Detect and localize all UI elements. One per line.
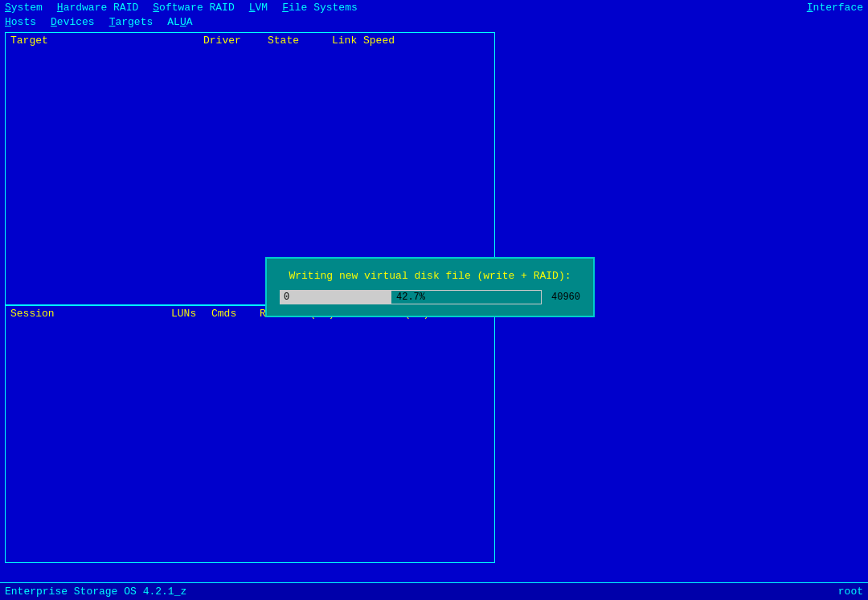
status-text: Enterprise Storage OS 4.2.1_z: [5, 586, 838, 598]
targets-header: Target Driver State Link Speed: [6, 33, 494, 48]
progress-bar-fill: [280, 291, 391, 304]
submenu-targets[interactable]: Targets: [109, 16, 154, 28]
col-session-label[interactable]: Session: [10, 308, 171, 320]
submenu-alua[interactable]: ALUA: [167, 16, 192, 28]
progress-zero: 0: [282, 292, 289, 303]
status-user: root: [838, 586, 863, 598]
sessions-panel: Session LUNs Cmds Read IO (KB) Write IO …: [5, 305, 495, 563]
submenu-devices[interactable]: Devices: [51, 16, 95, 28]
status-bar: Enterprise Storage OS 4.2.1_z root: [0, 582, 868, 600]
menu-bar: System Hardware RAID Software RAID LVM F…: [0, 0, 868, 15]
progress-total: 40960: [551, 292, 580, 303]
menu-lvm[interactable]: LVM: [249, 2, 268, 14]
col-state-label[interactable]: State: [268, 35, 332, 47]
menu-filesystems[interactable]: File Systems: [282, 2, 358, 14]
progress-bar-container: 0 42.7%: [280, 290, 542, 304]
progress-percent: 42.7%: [396, 292, 425, 303]
col-target-label[interactable]: Target: [10, 35, 203, 47]
col-luns-label[interactable]: LUNs: [171, 308, 211, 320]
menu-hardware-raid[interactable]: Hardware RAID: [57, 2, 138, 14]
col-linkspeed-label[interactable]: Link Speed: [332, 35, 428, 47]
progress-title: Writing new virtual disk file (write + R…: [280, 270, 580, 282]
menu-interface[interactable]: Interface: [807, 2, 863, 14]
sub-menu-bar: Hosts Devices Targets ALUA: [0, 15, 868, 29]
menu-system[interactable]: System: [5, 2, 43, 14]
submenu-hosts[interactable]: Hosts: [5, 16, 36, 28]
progress-dialog: Writing new virtual disk file (write + R…: [265, 257, 595, 317]
col-driver-label[interactable]: Driver: [203, 35, 268, 47]
col-cmds-label[interactable]: Cmds: [211, 308, 260, 320]
menu-software-raid[interactable]: Software RAID: [153, 2, 234, 14]
progress-row: 0 42.7% 40960: [280, 290, 580, 304]
